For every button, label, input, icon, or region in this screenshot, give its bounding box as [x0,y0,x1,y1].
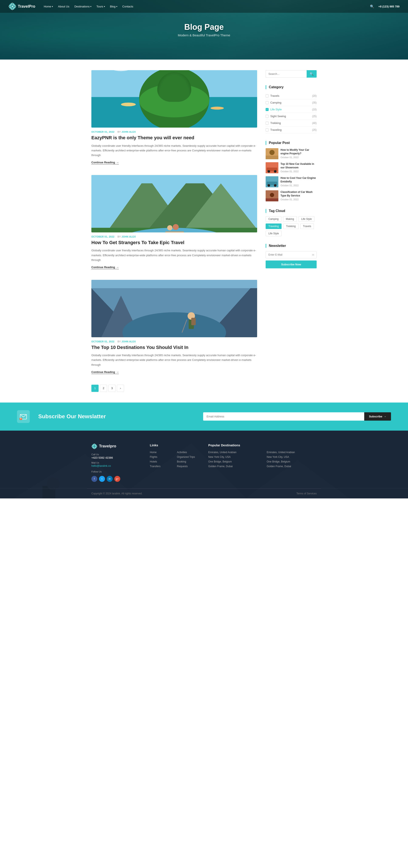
footer-link-transfers[interactable]: Transfers [150,465,173,468]
category-item-active[interactable]: ✓ Life Style (10) [266,106,317,113]
popular-post-info: Top 10 New Car Available in our Showroom… [280,162,317,173]
sidebar-popular: Popular Post How to Modify Your Car engi… [266,141,317,202]
sidebar-email-input[interactable] [266,251,310,258]
footer-link-flights[interactable]: Flights [150,456,173,459]
cat-checkbox [266,128,269,131]
continue-reading-1[interactable]: Continue Reading → [91,161,119,164]
popular-post-item[interactable]: How to Modify Your Car engine Properly? … [266,148,317,159]
footer-dest-2[interactable]: New York City, USA [208,456,258,459]
tags-title: Tag Cloud [266,209,317,213]
footer-links-col: Links Home Activities Flights Organized … [150,443,200,482]
newsletter-email-input[interactable] [203,412,364,421]
popular-post-thumb [266,190,278,202]
category-item[interactable]: Camping (35) [266,99,317,106]
tag-travels[interactable]: Travels [300,223,314,229]
popular-post-item[interactable]: How to Cool Your Car Engine Emidiefly Oc… [266,176,317,187]
footer-link-hotels[interactable]: Hotels [150,460,173,463]
tag-trekking[interactable]: Trekking [283,223,299,229]
facebook-btn[interactable]: f [91,476,97,482]
svg-point-61 [92,444,97,449]
continue-reading-2[interactable]: Continue Reading → [91,266,119,269]
newsletter-title: Newsletter [266,244,317,248]
page-1-btn[interactable]: 1 [91,385,99,392]
nav-blog[interactable]: Blog ▾ [110,5,117,8]
sidebar-category: Category Travels (20) Camping (35) ✓ Lif… [266,85,317,133]
footer-dest-4[interactable]: Golden Frame, Dubai [208,465,258,468]
post-meta: OCTOBER 01, 2022 BY JOHN ALEX [91,236,257,238]
footer-logo-icon [91,443,97,449]
nav-destinations[interactable]: Destinations ▾ [74,5,91,8]
page-next-btn[interactable]: › [117,385,124,392]
search-icon[interactable]: 🔍 [370,4,374,8]
newsletter-submit-button[interactable]: Subscribe → [364,412,391,421]
category-item[interactable]: Trekking (40) [266,120,317,126]
search-input[interactable] [266,70,307,78]
footer-copyright: Copyright © 2024 laralink. All rights re… [91,492,142,495]
footer-dest-3[interactable]: One Bridge, Belgium [208,460,258,463]
post-image-3 [91,280,257,337]
footer-link-organized[interactable]: Organized Trips [177,456,200,459]
footer-destinations-title: Popular Destinations [208,443,258,447]
footer-dest-6[interactable]: New York City, USA [267,456,317,459]
footer-link-home[interactable]: Home [150,451,173,454]
svg-point-46 [268,184,270,187]
category-item[interactable]: Travels (20) [266,93,317,99]
category-item[interactable]: Traveling (25) [266,126,317,133]
tag-traveling[interactable]: Traveling [266,223,281,229]
footer-link-booking[interactable]: Booking [177,460,200,463]
googleplus-btn[interactable]: g+ [114,476,120,482]
newsletter-icon [17,410,30,423]
cat-checkbox [266,122,269,125]
footer-link-activities[interactable]: Activities [177,451,200,454]
continue-reading-3[interactable]: Continue Reading → [91,370,119,374]
svg-point-38 [269,150,275,155]
popular-post-item[interactable]: Classification of Car Wash Type By Servi… [266,190,317,202]
popular-post-date: October 01, 2022 [280,156,317,159]
svg-point-47 [274,184,276,187]
page-2-btn[interactable]: 2 [100,385,107,392]
footer-dest-7[interactable]: One Bridge, Belgium [267,460,317,463]
sidebar-newsletter: Newsletter ✉ Subscribe Now [266,244,317,268]
footer-terms-link[interactable]: Terms of Services [297,492,317,495]
linkedin-btn[interactable]: in [107,476,113,482]
cat-checkbox [266,94,269,97]
nav-logo[interactable]: TravelPro [8,3,35,10]
category-title: Category [266,85,317,89]
footer-dest-1[interactable]: Emirates, United Arabian [208,451,258,454]
popular-post-thumb [266,176,278,187]
footer: Travelpro Call Us +423 5382 42386 Mail U… [0,431,408,498]
nav-about[interactable]: About Us [58,5,69,8]
nav-links: Home ▾ About Us Destinations ▾ Tours ▾ B… [44,5,370,8]
nav-home[interactable]: Home ▾ [44,5,53,8]
search-button[interactable]: 🔍 [307,70,317,78]
footer-call: Call Us +423 5382 42386 [91,453,141,459]
tag-making[interactable]: Making [283,216,297,222]
footer-dest-8[interactable]: Golden Frame, Dubai [267,465,317,468]
tag-lifestyle2[interactable]: Life Style [266,231,281,236]
page-3-btn[interactable]: 3 [108,385,115,392]
sidebar-subscribe-button[interactable]: Subscribe Now [266,260,317,268]
nav-right: 🔍 +8 (123) 985 789 [370,4,400,8]
nav-contacts[interactable]: Contacts [123,5,133,8]
footer-destinations-1: Popular Destinations Emirates, United Ar… [208,443,258,482]
popular-post-title: Classification of Car Wash Type By Servi… [280,190,317,197]
footer-mail: Mail Us hello@laralink.co [91,461,141,467]
newsletter-banner-title: Subscribe Our Newslatter [38,413,195,420]
twitter-btn[interactable]: t [99,476,105,482]
tag-lifestyle[interactable]: Life Style [299,216,314,222]
svg-point-3 [12,6,13,7]
tag-camping[interactable]: Camping [266,216,281,222]
post-card: OCTOBER 01, 2022 BY JOHN ALEX EazyPNR is… [91,70,257,164]
post-title: The Top 10 Destinations You Should Visit… [91,344,257,351]
navbar: TravelPro Home ▾ About Us Destinations ▾… [0,0,408,13]
newsletter-email-wrap: Subscribe → [203,412,391,421]
popular-post-item[interactable]: Top 10 New Car Available in our Showroom… [266,162,317,173]
footer-link-requests[interactable]: Requests [177,465,200,468]
popular-post-info: How to Modify Your Car engine Properly? … [280,148,317,159]
category-item[interactable]: Sight Seeing (25) [266,113,317,120]
nav-tours[interactable]: Tours ▾ [97,5,105,8]
main-container: OCTOBER 01, 2022 BY JOHN ALEX EazyPNR is… [87,60,321,403]
email-icon: ✉ [310,251,316,258]
svg-point-49 [270,193,274,197]
footer-dest-5[interactable]: Emirates, United Arabian [267,451,317,454]
